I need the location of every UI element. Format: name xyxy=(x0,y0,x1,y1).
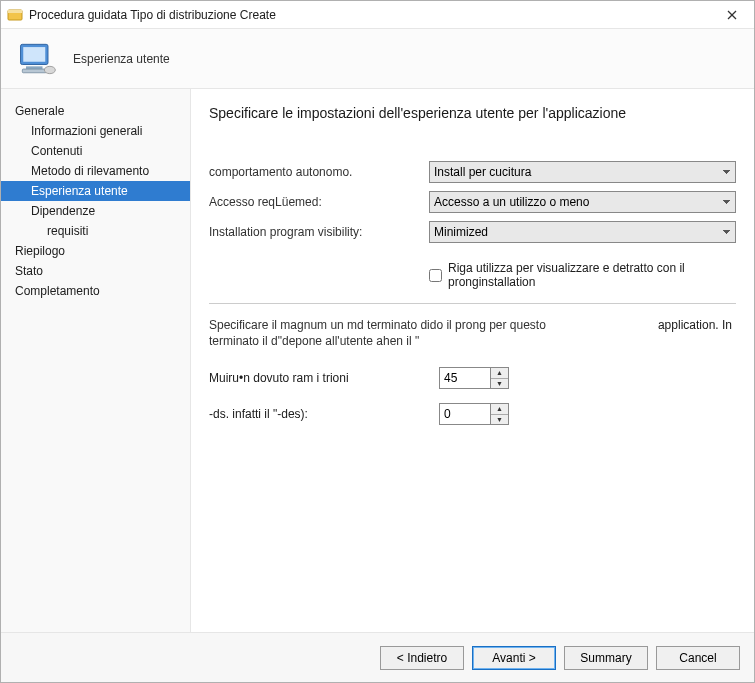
note-left: Specificare il magnum un md terminato di… xyxy=(209,318,579,349)
sidebar-item-7[interactable]: Riepilogo xyxy=(1,241,190,261)
sidebar-item-0[interactable]: Generale xyxy=(1,101,190,121)
svg-rect-5 xyxy=(23,47,45,62)
runtime-down-icon[interactable]: ▼ xyxy=(491,379,508,389)
sidebar-item-6[interactable]: requisiti xyxy=(1,221,190,241)
restart-down-icon[interactable]: ▼ xyxy=(491,415,508,425)
app-icon xyxy=(7,7,23,23)
sidebar-item-2[interactable]: Contenuti xyxy=(1,141,190,161)
sidebar-item-4[interactable]: Esperienza utente xyxy=(1,181,190,201)
visibility-label: Installation program visibility: xyxy=(209,225,429,239)
runtime-input[interactable] xyxy=(440,368,490,388)
page-heading: Specificare le impostazioni dell'esperie… xyxy=(209,105,736,121)
wizard-footer: < Indietro Avanti > Summary Cancel xyxy=(1,632,754,682)
sidebar-item-1[interactable]: Informazioni generali xyxy=(1,121,190,141)
note-right: application. In xyxy=(579,318,736,349)
restart-input[interactable] xyxy=(440,404,490,424)
behavior-combo[interactable]: Install per cucitura xyxy=(429,161,736,183)
restart-spinner[interactable]: ▲ ▼ xyxy=(439,403,509,425)
wizard-sidebar: GeneraleInformazioni generaliContenutiMe… xyxy=(1,89,191,632)
sidebar-item-5[interactable]: Dipendenze xyxy=(1,201,190,221)
summary-button[interactable]: Summary xyxy=(564,646,648,670)
next-button[interactable]: Avanti > xyxy=(472,646,556,670)
content-panel: Specificare le impostazioni dell'esperie… xyxy=(191,89,754,632)
behavior-label: comportamento autonomo. xyxy=(209,165,429,179)
sidebar-item-8[interactable]: Stato xyxy=(1,261,190,281)
close-button[interactable] xyxy=(716,5,748,25)
window-title: Procedura guidata Tipo di distribuzione … xyxy=(29,8,716,22)
interact-checkbox[interactable] xyxy=(429,269,442,282)
step-name: Esperienza utente xyxy=(73,52,170,66)
wizard-window: Procedura guidata Tipo di distribuzione … xyxy=(0,0,755,683)
interact-checkbox-label: Riga utilizza per visualizzare e detratt… xyxy=(448,261,736,289)
restart-label: -ds. infatti il "-des): xyxy=(209,407,439,421)
sidebar-item-3[interactable]: Metodo di rilevamento xyxy=(1,161,190,181)
logon-combo[interactable]: Accesso a un utilizzo o meno xyxy=(429,191,736,213)
svg-rect-1 xyxy=(8,10,22,13)
svg-point-8 xyxy=(44,66,55,73)
sidebar-item-9[interactable]: Completamento xyxy=(1,281,190,301)
divider xyxy=(209,303,736,304)
wizard-header: Esperienza utente xyxy=(1,29,754,89)
cancel-button[interactable]: Cancel xyxy=(656,646,740,670)
restart-up-icon[interactable]: ▲ xyxy=(491,404,508,415)
svg-rect-7 xyxy=(22,69,46,73)
logon-label: Accesso reqLüemed: xyxy=(209,195,429,209)
computer-icon xyxy=(15,37,59,81)
visibility-combo[interactable]: Minimized xyxy=(429,221,736,243)
runtime-spinner[interactable]: ▲ ▼ xyxy=(439,367,509,389)
runtime-up-icon[interactable]: ▲ xyxy=(491,368,508,379)
runtime-label: Muiru•n dovuto ram i trioni xyxy=(209,371,439,385)
back-button[interactable]: < Indietro xyxy=(380,646,464,670)
titlebar: Procedura guidata Tipo di distribuzione … xyxy=(1,1,754,29)
